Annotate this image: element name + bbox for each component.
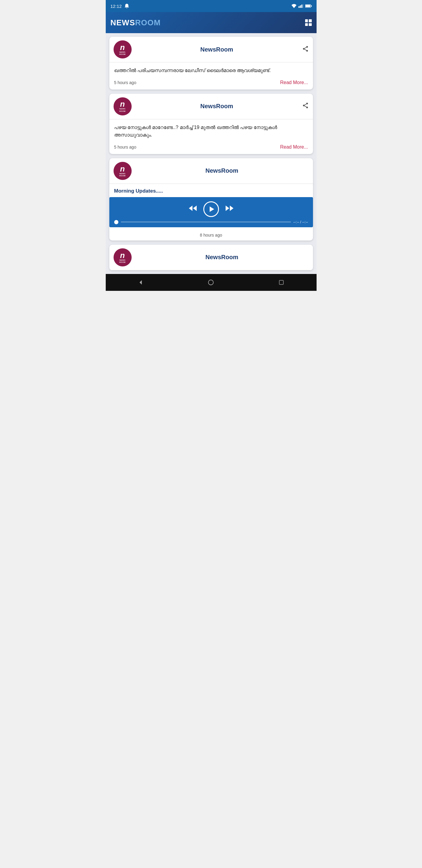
logo-letter-n-3: n bbox=[120, 165, 125, 173]
news-logo-3: n NEWSROOM bbox=[113, 162, 132, 180]
svg-marker-21 bbox=[230, 206, 233, 211]
time-display: --:-- / --:-- bbox=[293, 220, 308, 224]
logo-letter-n-4: n bbox=[120, 251, 125, 259]
svg-point-12 bbox=[306, 103, 308, 104]
back-button[interactable] bbox=[134, 276, 147, 289]
grid-menu-icon bbox=[305, 19, 312, 26]
svg-point-23 bbox=[208, 280, 214, 285]
share-button-2[interactable] bbox=[302, 102, 309, 110]
news-card-3-audio: n NEWSROOM NewsRoom Morning Updates..... bbox=[109, 158, 313, 241]
news-card-4: n NEWSROOM NewsRoom bbox=[109, 245, 313, 270]
svg-line-11 bbox=[304, 47, 306, 48]
app-bar: NEWSROOM bbox=[106, 12, 317, 33]
svg-point-8 bbox=[303, 48, 304, 50]
svg-point-14 bbox=[306, 107, 308, 108]
content-area: n NEWSROOM NewsRoom ഖത്തറിൽ പരിചയസമ്പന്ന… bbox=[106, 33, 317, 274]
bottom-nav bbox=[106, 274, 317, 291]
time-ago-1: 5 hours ago bbox=[114, 80, 136, 85]
svg-marker-18 bbox=[193, 206, 197, 211]
svg-line-16 bbox=[304, 104, 306, 105]
card-footer-1: 5 hours ago Read More... bbox=[114, 78, 308, 85]
progress-row: --:-- / --:-- bbox=[114, 220, 308, 224]
card-header-3: n NEWSROOM NewsRoom bbox=[109, 158, 313, 184]
svg-rect-24 bbox=[279, 280, 284, 284]
app-title-bold: NEWS bbox=[110, 18, 135, 27]
card-title-2: NewsRoom bbox=[135, 103, 298, 110]
forward-button[interactable] bbox=[225, 205, 234, 213]
morning-updates-text: Morning Updates..... bbox=[114, 188, 308, 194]
card-footer-2: 5 hours ago Read More... bbox=[114, 142, 308, 150]
card-body-3: Morning Updates..... bbox=[109, 184, 313, 230]
progress-bar[interactable] bbox=[121, 221, 291, 222]
card-title-4: NewsRoom bbox=[135, 254, 309, 261]
share-button-1[interactable] bbox=[302, 45, 309, 54]
svg-marker-20 bbox=[226, 206, 229, 211]
card-body-1: ഖത്തറിൽ പരിചയസമ്പന്നരായ ലേഡീസ് ടൈലർമാരെ … bbox=[109, 62, 313, 90]
rewind-button[interactable] bbox=[188, 205, 197, 213]
notification-icon bbox=[124, 3, 130, 9]
svg-rect-2 bbox=[301, 4, 302, 8]
logo-text-2: NEWSROOM bbox=[119, 108, 126, 112]
svg-point-7 bbox=[306, 46, 308, 48]
news-logo-4: n NEWSROOM bbox=[113, 248, 132, 267]
svg-rect-0 bbox=[298, 6, 299, 8]
logo-letter-n-2: n bbox=[120, 100, 125, 108]
card-title-1: NewsRoom bbox=[135, 46, 298, 53]
logo-text-4: NEWSROOM bbox=[119, 259, 126, 264]
app-title-light: ROOM bbox=[135, 18, 161, 27]
audio-player[interactable]: --:-- / --:-- bbox=[109, 197, 313, 227]
logo-text-1: NEWSROOM bbox=[119, 51, 126, 56]
card-content-1: ഖത്തറിൽ പരിചയസമ്പന്നരായ ലേഡീസ് ടൈലർമാരെ … bbox=[114, 67, 308, 74]
home-button[interactable] bbox=[204, 276, 218, 289]
svg-rect-1 bbox=[300, 5, 301, 8]
news-card-1: n NEWSROOM NewsRoom ഖത്തറിൽ പരിചയസമ്പന്ന… bbox=[109, 37, 313, 90]
svg-rect-5 bbox=[311, 5, 312, 7]
svg-marker-22 bbox=[139, 280, 141, 284]
logo-letter-n: n bbox=[120, 43, 125, 51]
card-header-2: n NEWSROOM NewsRoom bbox=[109, 94, 313, 119]
card-header-1: n NEWSROOM NewsRoom bbox=[109, 37, 313, 62]
svg-marker-17 bbox=[189, 206, 192, 211]
player-controls bbox=[114, 201, 308, 217]
time-ago-2: 5 hours ago bbox=[114, 145, 136, 150]
news-logo-1: n NEWSROOM bbox=[113, 40, 132, 59]
svg-rect-3 bbox=[303, 4, 303, 8]
wifi-icon bbox=[291, 4, 297, 8]
read-more-2[interactable]: Read More... bbox=[280, 144, 308, 150]
news-card-2: n NEWSROOM NewsRoom പഴയ നോട്ടുകൾ മാറേണ്ട… bbox=[109, 94, 313, 154]
play-button[interactable] bbox=[203, 201, 219, 217]
app-title: NEWSROOM bbox=[110, 18, 161, 27]
news-logo-2: n NEWSROOM bbox=[113, 97, 132, 116]
card-footer-3: 8 hours ago bbox=[109, 230, 313, 241]
svg-marker-19 bbox=[209, 207, 214, 212]
svg-point-9 bbox=[306, 50, 308, 52]
read-more-1[interactable]: Read More... bbox=[280, 80, 308, 85]
recent-button[interactable] bbox=[275, 276, 288, 289]
signal-icon bbox=[298, 4, 303, 8]
logo-text-3: NEWSROOM bbox=[119, 173, 126, 177]
status-icons bbox=[291, 4, 312, 8]
card-header-4: n NEWSROOM NewsRoom bbox=[109, 245, 313, 270]
card-body-2: പഴയ നോട്ടുകൾ മാറേണ്ടേ..? മാർച്ച് 19 മുതൽ… bbox=[109, 119, 313, 154]
battery-icon bbox=[305, 4, 312, 8]
svg-line-10 bbox=[304, 49, 306, 50]
status-time-group: 12:12 bbox=[110, 3, 130, 9]
card-content-2: പഴയ നോട്ടുകൾ മാറേണ്ടേ..? മാർച്ച് 19 മുതൽ… bbox=[114, 124, 308, 139]
card-title-3: NewsRoom bbox=[135, 167, 309, 174]
time-ago-3: 8 hours ago bbox=[200, 233, 222, 238]
svg-line-15 bbox=[304, 106, 306, 107]
menu-button[interactable] bbox=[305, 19, 312, 26]
status-bar: 12:12 bbox=[106, 0, 317, 12]
svg-rect-6 bbox=[305, 5, 310, 7]
progress-dot bbox=[114, 220, 118, 224]
status-time: 12:12 bbox=[110, 4, 122, 9]
svg-point-13 bbox=[303, 104, 304, 106]
